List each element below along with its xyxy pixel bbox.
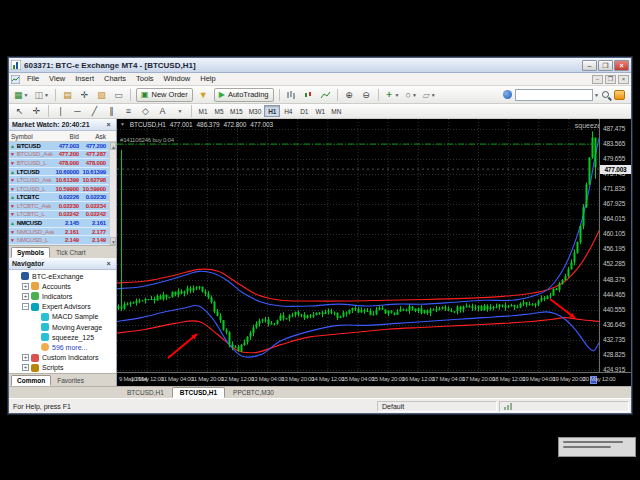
sidebar-item-accounts[interactable]: +Accounts <box>9 281 116 291</box>
metaeditor-button[interactable]: ▼ <box>196 88 211 102</box>
maximize-button[interactable]: ❐ <box>598 60 613 71</box>
tab-favorites[interactable]: Favorites <box>51 375 90 386</box>
cursor-tool-button[interactable]: ↖ <box>12 104 27 118</box>
scroll-up-icon[interactable]: ▲ <box>110 142 116 150</box>
sidebar-item-btc-eexchange[interactable]: BTC-eExchange <box>9 271 116 281</box>
timeframe-h4-button[interactable]: H4 <box>280 105 296 117</box>
new-chart-button[interactable]: ▦▼ <box>12 88 30 102</box>
timeframe-m1-button[interactable]: M1 <box>195 105 211 117</box>
status-profile-cell[interactable]: Default <box>377 401 497 412</box>
line-chart-button[interactable] <box>318 88 333 102</box>
table-row[interactable]: ▼LTCBTC_L0.022420.02242 <box>9 211 116 220</box>
sidebar-item-indicators[interactable]: +Indicators <box>9 291 116 301</box>
market-watch-toggle-button[interactable]: ▤ <box>60 88 75 102</box>
menu-item-charts[interactable]: Charts <box>99 74 131 83</box>
timeframe-m5-button[interactable]: M5 <box>211 105 227 117</box>
sidebar-item-macd-sample[interactable]: MACD Sample <box>9 312 116 322</box>
close-button[interactable]: × <box>614 60 629 71</box>
search-input[interactable] <box>515 89 593 101</box>
child-close-button[interactable]: × <box>618 75 629 84</box>
templates-button[interactable]: ▱▼ <box>421 88 438 102</box>
table-row[interactable]: ▼NMCUSD_L2.1492.149 <box>9 236 116 245</box>
timeframe-w1-button[interactable]: W1 <box>312 105 328 117</box>
autotrading-button[interactable]: ▶ AutoTrading <box>214 88 274 102</box>
shapes-tool-button[interactable]: ◇ <box>138 104 153 118</box>
timeframe-d1-button[interactable]: D1 <box>296 105 312 117</box>
horizontal-line-tool-button[interactable]: ─ <box>70 104 85 118</box>
chart-tab-btcusd-h1[interactable]: BTCUSD,H1 <box>119 387 172 398</box>
profiles-button[interactable]: ◫▼ <box>32 88 50 102</box>
collapse-icon[interactable]: − <box>22 303 29 310</box>
market-watch-column-headers[interactable]: SymbolBidAsk <box>9 131 116 142</box>
tab-tick-chart[interactable]: Tick Chart <box>50 247 91 258</box>
table-row[interactable]: ▼NMCUSD_Ask2.1612.177 <box>9 228 116 237</box>
table-row[interactable]: ▲LTCBTC0.022260.02230 <box>9 193 116 202</box>
market-watch-scrollbar[interactable]: ▲▼ <box>109 142 116 245</box>
table-row[interactable]: ▼LTCBTC_Ask0.022300.02234 <box>9 202 116 211</box>
scroll-down-icon[interactable]: ▼ <box>110 237 116 245</box>
minimize-button[interactable]: – <box>582 60 597 71</box>
table-row[interactable]: ▼LTCUSD_Ask10.6139910.62798 <box>9 176 116 185</box>
chart-tab-ppcbtc-m30[interactable]: PPCBTC,M30 <box>225 387 282 398</box>
expand-icon[interactable]: + <box>22 364 29 371</box>
expand-icon[interactable]: + <box>22 283 29 290</box>
crosshair-tool-button[interactable]: ✛ <box>29 104 44 118</box>
bar-chart-button[interactable] <box>284 88 299 102</box>
timeframe-h1-button[interactable]: H1 <box>264 105 280 117</box>
timeframe-m15-button[interactable]: M15 <box>227 105 246 117</box>
table-row[interactable]: ▼BTCUSD_Ask477.200477.287 <box>9 151 116 160</box>
chart-window[interactable]: ▼ BTCUSD,H1 477.001 486.379 472.800 477.… <box>117 119 631 386</box>
zoom-in-button[interactable]: ⊕ <box>342 88 357 102</box>
chart-tab-btcusd-h1[interactable]: BTCUSD,H1 <box>172 387 225 398</box>
menu-item-help[interactable]: Help <box>195 74 220 83</box>
table-row[interactable]: ▼LTCUSD_L10.5990010.59900 <box>9 185 116 194</box>
time-axis[interactable]: 9 May 201410 May 12:0011 May 04:0011 May… <box>117 372 631 386</box>
arrows-tool-button[interactable]: ▼ <box>172 104 187 118</box>
menu-item-window[interactable]: Window <box>159 74 196 83</box>
tab-common[interactable]: Common <box>11 375 51 386</box>
menu-item-insert[interactable]: Insert <box>70 74 99 83</box>
sidebar-item-custom-indicators[interactable]: +Custom Indicators <box>9 353 116 363</box>
title-bar[interactable]: 603371: BTC-e Exchange MT4 - [BTCUSD,H1]… <box>9 58 631 73</box>
data-window-button[interactable]: ✛ <box>77 88 92 102</box>
timeframe-mn-button[interactable]: MN <box>328 105 344 117</box>
community-icon[interactable] <box>614 90 625 100</box>
new-order-button[interactable]: ▣ New Order <box>136 88 193 102</box>
navigator-close-icon[interactable]: × <box>104 260 113 267</box>
channel-tool-button[interactable]: ∥ <box>104 104 119 118</box>
column-header-bid[interactable]: Bid <box>54 133 81 140</box>
periods-button[interactable]: ○▼ <box>403 88 418 102</box>
sidebar-item-moving-average[interactable]: Moving Average <box>9 322 116 332</box>
sidebar-item-scripts[interactable]: +Scripts <box>9 363 116 373</box>
column-header-symbol[interactable]: Symbol <box>9 133 54 140</box>
expand-icon[interactable]: + <box>22 354 29 361</box>
search-dropdown-caret[interactable]: ▼ <box>594 92 599 98</box>
column-header-ask[interactable]: Ask <box>81 133 108 140</box>
menu-item-tools[interactable]: Tools <box>131 74 159 83</box>
menu-item-view[interactable]: View <box>44 74 70 83</box>
candlestick-button[interactable] <box>301 88 316 102</box>
search-icon[interactable] <box>602 91 609 98</box>
zoom-out-button[interactable]: ⊖ <box>359 88 374 102</box>
sidebar-item-596-more-[interactable]: 596 more... <box>9 342 116 352</box>
vertical-line-tool-button[interactable]: ∣ <box>53 104 68 118</box>
indicators-button[interactable]: ＋▼ <box>383 88 402 102</box>
navigator-toggle-button[interactable]: ▧ <box>94 88 109 102</box>
chart-plot[interactable] <box>117 119 599 372</box>
market-watch-close-icon[interactable]: × <box>104 121 113 128</box>
sidebar-item-squeeze-125[interactable]: squeeze_125 <box>9 332 116 342</box>
fibonacci-tool-button[interactable]: ≡ <box>121 104 136 118</box>
trendline-tool-button[interactable]: ╱ <box>87 104 102 118</box>
sidebar-item-expert-advisors[interactable]: −Expert Advisors <box>9 302 116 312</box>
child-restore-button[interactable]: ❐ <box>605 75 616 84</box>
table-row[interactable]: ▲NMCUSD2.1452.161 <box>9 219 116 228</box>
table-row[interactable]: ▼BTCUSD_L478.000478.000 <box>9 159 116 168</box>
text-tool-button[interactable]: A <box>155 104 170 118</box>
tab-symbols[interactable]: Symbols <box>11 247 50 258</box>
price-axis[interactable]: 487.475483.565479.655475.745471.835467.9… <box>599 119 631 372</box>
child-minimize-button[interactable]: – <box>592 75 603 84</box>
timeframe-m30-button[interactable]: M30 <box>246 105 265 117</box>
menu-item-file[interactable]: File <box>22 74 44 83</box>
expand-icon[interactable]: + <box>22 293 29 300</box>
terminal-toggle-button[interactable]: ▭ <box>111 88 126 102</box>
